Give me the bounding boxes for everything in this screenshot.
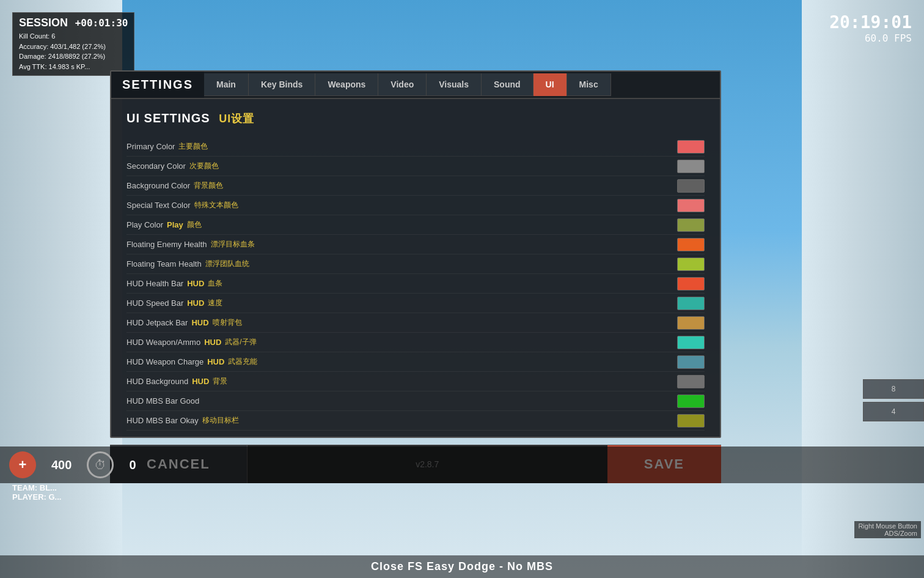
swatch-secondary-color[interactable] [677,160,705,173]
swatch-hud-health-bar[interactable] [677,277,705,291]
clock-time: 20:19:01 [829,12,912,32]
tabs-container: Main Key Binds Weapons Video Visuals Sou… [204,73,720,96]
row-hud-speed-bar: HUD Speed Bar HUD速度 [127,294,705,313]
ads-zoom-label: Right Mouse Button ADS/Zoom [854,521,921,538]
row-hud-weapon-ammo: HUD Weapon/Ammo HUD武器/子弹 [127,333,705,352]
row-hud-health-bar: HUD Health Bar HUD血条 [127,274,705,294]
settings-panel: SETTINGS Main Key Binds Weapons Video Vi… [110,70,721,438]
hud-bar: + 400 ⏱ 0 [0,446,924,483]
row-hud-background: HUD Background HUD背景 [127,372,705,391]
clock-box: 20:19:01 60.0 FPS [829,12,912,44]
swatch-floating-enemy-health[interactable] [677,238,705,251]
tab-weapons[interactable]: Weapons [315,73,378,96]
session-stats: Kill Count: 6 Accuracy: 403/1,482 (27.2%… [19,31,128,72]
tab-keybinds[interactable]: Key Binds [249,73,315,96]
settings-list[interactable]: Primary Color 主要颜色 Secondary Color 次要颜色 … [127,137,705,431]
tab-ui[interactable]: UI [534,73,567,96]
fps-display: 60.0 FPS [829,32,912,44]
wall-right [802,0,924,578]
right-button-8[interactable]: 8 [863,379,924,399]
swatch-hud-weapon-charge[interactable] [677,355,705,369]
row-background-color: Background Color 背景颜色 [127,176,705,196]
swatch-hud-jetpack-bar[interactable] [677,316,705,330]
row-floating-enemy-health: Floating Enemy Health 漂浮目标血条 [127,235,705,254]
row-primary-color: Primary Color 主要颜色 [127,137,705,157]
right-panel-buttons: 8 4 [863,379,924,421]
content-title: UI SETTINGS UI设置 [127,111,705,126]
tab-visuals[interactable]: Visuals [427,73,482,96]
bottom-hint-text: Close FS Easy Dodge - No MBS [0,555,924,578]
swatch-floating-team-health[interactable] [677,258,705,271]
swatch-hud-speed-bar[interactable] [677,297,705,310]
settings-header: SETTINGS Main Key Binds Weapons Video Vi… [111,72,720,99]
row-hud-mbs-bar-okay: HUD MBS Bar Okay 移动目标栏 [127,411,705,431]
tab-main[interactable]: Main [204,73,249,96]
row-secondary-color: Secondary Color 次要颜色 [127,157,705,176]
swatch-hud-background[interactable] [677,375,705,388]
tab-sound[interactable]: Sound [482,73,534,96]
row-special-text-color: Special Text Color 特殊文本颜色 [127,196,705,215]
row-floating-team-health: Floating Team Health 漂浮团队血统 [127,254,705,274]
swatch-play-color[interactable] [677,218,705,232]
row-play-color: Play Color Play颜色 [127,215,705,235]
score-display: 0 [129,458,136,472]
session-box: SESSION +00:01:30 Kill Count: 6 Accuracy… [12,12,134,76]
row-hud-jetpack-bar: HUD Jetpack Bar HUD喷射背包 [127,313,705,333]
team-label: TEAM: BL... PLAYER: G... [12,483,61,502]
right-button-4[interactable]: 4 [863,402,924,421]
row-hud-mbs-bar-good: HUD MBS Bar Good [127,391,705,411]
settings-content: UI SETTINGS UI设置 Primary Color 主要颜色 Seco… [111,99,720,437]
timer-icon: ⏱ [87,451,114,478]
swatch-background-color[interactable] [677,179,705,193]
swatch-hud-mbs-bar-okay[interactable] [677,414,705,428]
row-hud-weapon-charge: HUD Weapon Charge HUD武器充能 [127,352,705,372]
swatch-hud-weapon-ammo[interactable] [677,336,705,349]
session-title: SESSION +00:01:30 [19,17,128,29]
settings-title: SETTINGS [111,72,204,98]
tab-video[interactable]: Video [378,73,427,96]
ammo-count: 400 [51,458,72,472]
tab-misc[interactable]: Misc [567,73,611,96]
swatch-special-text-color[interactable] [677,199,705,212]
ammo-plus-button[interactable]: + [9,451,36,478]
swatch-primary-color[interactable] [677,140,705,154]
swatch-hud-mbs-bar-good[interactable] [677,395,705,408]
